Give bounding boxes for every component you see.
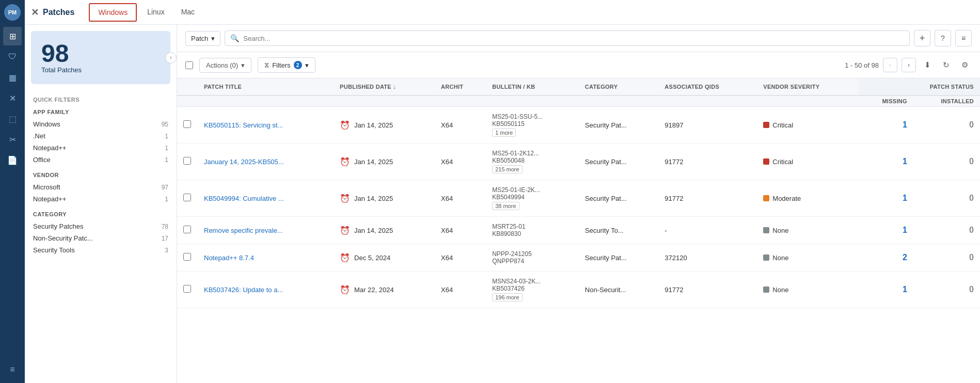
category-cell: Security Pat...: [579, 244, 658, 272]
menu-button[interactable]: ≡: [955, 30, 972, 46]
patch-title-link[interactable]: January 14, 2025-KB505...: [204, 158, 284, 166]
col-published-date[interactable]: PUBLISHED DATE ↓: [334, 78, 435, 95]
pagination-info: 1 - 50 of 98: [845, 61, 879, 69]
sidebar-item-notepadpp-appfamily[interactable]: Notepad++ 1: [33, 142, 168, 154]
qids-cell: 91897: [658, 107, 757, 143]
col-associated-qids: ASSOCIATED QIDS: [658, 78, 757, 95]
published-date-text: Jan 14, 2025: [354, 195, 393, 202]
sidebar-item-notepadpp-vendor[interactable]: Notepad++ 1: [33, 193, 168, 205]
missing-count: 2: [858, 244, 913, 272]
patch-title-cell: KB5037426: Update to a...: [198, 272, 334, 308]
nav-icon-sliders[interactable]: ≡: [3, 360, 22, 379]
table-row: KB5050115: Servicing st... ⏰ Jan 14, 202…: [177, 107, 980, 143]
user-avatar[interactable]: PM: [4, 4, 21, 21]
nav-icon-document[interactable]: 📄: [3, 151, 22, 169]
row-checkbox[interactable]: [183, 253, 191, 261]
patch-title-link[interactable]: Remove specific prevale...: [204, 227, 282, 234]
nav-icon-shield[interactable]: 🛡: [3, 47, 22, 66]
table-row: Notepad++ 8.7.4 ⏰ Dec 5, 2024 X64 NPPP-2: [177, 244, 980, 272]
top-bar: ✕ Patches Windows Linux Mac: [25, 0, 980, 25]
qids-cell: 91772: [658, 180, 757, 217]
col-spacer: [177, 95, 858, 107]
sidebar-item-microsoft[interactable]: Microsoft 97: [33, 181, 168, 193]
row-checkbox[interactable]: [183, 226, 191, 233]
sidebar-item-security-tools[interactable]: Security Tools 3: [33, 244, 168, 256]
col-missing: MISSING: [858, 95, 913, 107]
patch-dropdown[interactable]: Patch ▾: [185, 31, 220, 46]
download-icon[interactable]: ⬇: [920, 58, 935, 72]
qids-cell: 91772: [658, 143, 757, 180]
published-date-cell: ⏰ Mar 22, 2024: [334, 272, 435, 308]
more-badge[interactable]: 1 more: [492, 129, 516, 137]
nav-icon-grid[interactable]: ⊞: [3, 27, 22, 45]
sidebar-collapse-button[interactable]: ‹: [165, 52, 177, 63]
patch-title-link[interactable]: KB5049994: Cumulative ...: [204, 195, 284, 202]
row-checkbox[interactable]: [183, 194, 191, 201]
installed-count: 0: [913, 272, 980, 308]
more-badge[interactable]: 38 more: [492, 202, 519, 210]
installed-count: 0: [913, 143, 980, 180]
patch-title-link[interactable]: KB5050115: Servicing st...: [204, 121, 283, 129]
severity-dot: [763, 254, 769, 261]
next-page-button[interactable]: ›: [902, 58, 916, 72]
nav-icon-scissors[interactable]: ✂: [3, 130, 22, 149]
settings-icon[interactable]: ⚙: [957, 58, 972, 72]
filters-button[interactable]: ⧖ Filters 2 ▾: [258, 57, 315, 73]
table-row: KB5049994: Cumulative ... ⏰ Jan 14, 2025…: [177, 180, 980, 217]
published-date-cell: ⏰ Jan 14, 2025: [334, 217, 435, 244]
sidebar-item-office[interactable]: Office 1: [33, 154, 168, 166]
row-checkbox-cell: [177, 107, 198, 143]
installed-count: 0: [913, 107, 980, 143]
severity-label: None: [772, 227, 788, 234]
severity-dot: [763, 227, 769, 233]
refresh-icon[interactable]: ↻: [939, 58, 953, 72]
tab-mac[interactable]: Mac: [173, 0, 203, 25]
patch-title-link[interactable]: Notepad++ 8.7.4: [204, 254, 254, 262]
published-date-cell: ⏰ Jan 14, 2025: [334, 107, 435, 143]
table-toolbar-right: 1 - 50 of 98 ‹ › ⬇ ↻ ⚙: [845, 58, 972, 72]
nav-icon-chart[interactable]: ▦: [3, 68, 22, 87]
severity-cell: None: [757, 272, 858, 308]
bulletin-cell: NPPP-241205 QNPPP874: [486, 244, 579, 272]
row-checkbox[interactable]: [183, 285, 191, 293]
add-button[interactable]: +: [914, 30, 930, 46]
sidebar-quick-filters: QUICK FILTERS APP FAMILY Windows 95 .Net…: [25, 90, 177, 258]
bulletin-cell: MS25-01-2K12... KB5050048 215 more: [486, 143, 579, 180]
sidebar-item-non-security[interactable]: Non-Security Patc... 17: [33, 232, 168, 244]
vendor-group-title: VENDOR: [33, 172, 168, 178]
help-button[interactable]: ?: [935, 30, 951, 46]
archit-cell: X64: [435, 244, 486, 272]
nav-icon-box[interactable]: ⬚: [3, 109, 22, 128]
published-date-text: Jan 14, 2025: [354, 227, 393, 234]
more-badge[interactable]: 196 more: [492, 293, 522, 301]
nav-icon-cross[interactable]: ✕: [3, 89, 22, 107]
search-input[interactable]: [243, 35, 904, 42]
prev-page-button[interactable]: ‹: [883, 58, 897, 72]
sidebar-item-windows[interactable]: Windows 95: [33, 118, 168, 130]
toolbar-icons: + ? ≡: [914, 30, 972, 46]
table-toolbar-left: Actions (0) ▾ ⧖ Filters 2 ▾: [185, 57, 315, 73]
category-cell: Security Pat...: [579, 143, 658, 180]
more-badge[interactable]: 215 more: [492, 165, 522, 173]
archit-cell: X64: [435, 143, 486, 180]
select-all-checkbox[interactable]: [185, 61, 193, 69]
tab-linux[interactable]: Linux: [139, 0, 172, 25]
actions-button[interactable]: Actions (0) ▾: [199, 58, 251, 73]
row-checkbox[interactable]: [183, 157, 191, 165]
col-checkbox: [177, 78, 198, 95]
archit-cell: X64: [435, 217, 486, 244]
row-checkbox[interactable]: [183, 120, 191, 128]
row-checkbox-cell: [177, 143, 198, 180]
missing-count: 1: [858, 143, 913, 180]
severity-dot: [763, 158, 769, 165]
patch-title-cell: KB5049994: Cumulative ...: [198, 180, 334, 217]
sidebar-item-dotnet[interactable]: .Net 1: [33, 130, 168, 142]
sidebar-item-security-patches[interactable]: Security Patches 78: [33, 220, 168, 232]
clock-icon: ⏰: [340, 194, 350, 203]
clock-icon: ⏰: [340, 157, 350, 167]
table-container: PATCH TITLE PUBLISHED DATE ↓ ARCHIT BULL…: [177, 78, 980, 383]
published-date-text: Jan 14, 2025: [354, 158, 393, 166]
right-panel: Patch ▾ 🔍 + ? ≡ Actions (0): [177, 25, 980, 383]
tab-windows[interactable]: Windows: [89, 3, 137, 22]
patch-title-link[interactable]: KB5037426: Update to a...: [204, 286, 283, 294]
